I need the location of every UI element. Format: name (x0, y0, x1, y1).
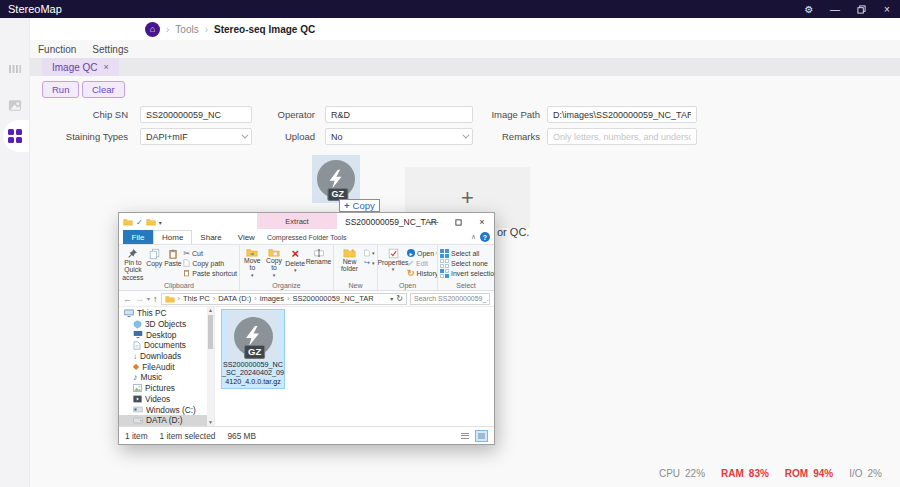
tab-image-qc[interactable]: Image QC × (42, 58, 119, 76)
nav-item-pictures[interactable]: Pictures (119, 383, 214, 394)
address-segment-data-d[interactable]: DATA (D:) (218, 294, 251, 303)
tab-compressed-folder-tools[interactable]: Compressed Folder Tools (263, 230, 351, 244)
refresh-icon[interactable]: ↻ (396, 294, 403, 303)
clear-button[interactable]: Clear (82, 81, 125, 98)
help-icon[interactable]: ? (480, 232, 490, 242)
back-icon[interactable]: ← (123, 294, 132, 304)
menu-function[interactable]: Function (38, 44, 76, 55)
address-dropdown-icon[interactable]: ▾ (390, 295, 393, 302)
chevron-down-icon (241, 132, 248, 139)
chip-sn-input[interactable] (140, 106, 252, 123)
up-icon[interactable]: ↑ (153, 294, 158, 304)
delete-button[interactable]: × Delete ▾ (285, 247, 305, 273)
pin-to-quick-access-button[interactable]: Pin to Quick access (121, 247, 145, 281)
cut-label: Cut (192, 250, 203, 257)
new-item-button[interactable]: ▾ (364, 248, 375, 258)
scroll-up-icon[interactable]: ▲ (207, 307, 214, 314)
nav-item-3d-objects[interactable]: 3D Objects (119, 319, 214, 330)
folder-icon[interactable] (146, 218, 156, 226)
folder-icon[interactable] (123, 218, 133, 226)
dragged-gz-file[interactable]: GZ (312, 155, 360, 203)
rename-button[interactable]: Rename (306, 247, 331, 265)
nav-item-videos[interactable]: Videos (119, 394, 214, 405)
nav-item-fileaudit[interactable]: ◆FileAudit (119, 361, 214, 372)
new-folder-button[interactable]: New folder (336, 247, 363, 273)
copy-to-button[interactable]: Copy to ▾ (264, 247, 285, 278)
nav-item-this-pc[interactable]: This PC (119, 308, 214, 319)
explorer-maximize-button[interactable] (446, 213, 470, 231)
address-segment-images[interactable]: images (260, 294, 284, 303)
breadcrumb-tools[interactable]: Tools (175, 24, 198, 35)
check-icon[interactable]: ✓ (136, 218, 143, 227)
nav-item-windows-c[interactable]: Windows (C:) (119, 404, 214, 415)
app-title: StereoMap (8, 3, 62, 15)
move-to-button[interactable]: Move to ▾ (242, 247, 263, 278)
item-count: 1 item (125, 431, 148, 441)
upload-select[interactable]: No (325, 128, 473, 145)
tab-file[interactable]: File (123, 230, 153, 244)
run-button[interactable]: Run (42, 81, 79, 98)
minimize-button[interactable]: — (822, 0, 848, 18)
close-button[interactable]: × (874, 0, 900, 18)
properties-button[interactable]: Properties ▾ (380, 247, 406, 272)
paste-shortcut-button[interactable]: Paste shortcut (183, 268, 237, 278)
easy-access-button[interactable]: ↪▾ (364, 258, 375, 268)
select-none-button[interactable]: Select none (440, 258, 494, 268)
caret-down-icon[interactable]: ▾ (159, 219, 162, 226)
chevron-down-icon (462, 132, 469, 139)
menu-settings[interactable]: Settings (92, 44, 128, 55)
details-view-button[interactable] (459, 430, 472, 442)
nav-item-data-d[interactable]: DATA (D:) (119, 415, 214, 426)
scroll-down-icon[interactable]: ▼ (207, 419, 214, 426)
nav-item-downloads[interactable]: ↓Downloads (119, 351, 214, 362)
new-group-label: New (334, 281, 377, 290)
forward-icon[interactable]: → (135, 294, 144, 304)
staining-types-select[interactable]: DAPI+mIF (140, 128, 252, 145)
address-segment-current[interactable]: SS200000059_NC_TAR (292, 294, 373, 303)
address-box[interactable]: › This PC › DATA (D:) › images › SS20000… (161, 293, 407, 305)
edit-label: Edit (416, 260, 428, 267)
nav-item-music[interactable]: ♪Music (119, 372, 214, 383)
search-box[interactable]: Search SS200000059_... (410, 293, 490, 305)
nav-item-desktop[interactable]: Desktop (119, 329, 214, 340)
tab-view[interactable]: View (230, 230, 263, 244)
invert-selection-button[interactable]: Invert selection (440, 268, 494, 278)
nav-item-documents[interactable]: Documents (119, 340, 214, 351)
navigation-pane: This PC 3D Objects Desktop Documents ↓Do… (119, 307, 215, 426)
restore-button[interactable] (848, 0, 874, 18)
select-all-button[interactable]: Select all (440, 248, 494, 258)
drive-icon (133, 417, 143, 424)
edit-button[interactable]: Edit (407, 258, 438, 268)
copy-path-button[interactable]: Copy path (183, 258, 237, 268)
file-tile-selected[interactable]: GZ SS200000059_NC _SC_20240402_09 4120_4… (221, 309, 285, 389)
history-button[interactable]: ↻History (407, 268, 438, 278)
tab-share[interactable]: Share (192, 230, 229, 244)
tab-close-icon[interactable]: × (104, 62, 109, 72)
nav-label: Videos (145, 394, 170, 404)
paste-button[interactable]: Paste (164, 247, 183, 267)
settings-gear-icon[interactable]: ⚙ (796, 0, 822, 18)
explorer-close-button[interactable]: × (470, 213, 494, 231)
copy-button[interactable]: Copy (146, 247, 163, 267)
plus-icon: + (344, 200, 350, 211)
remarks-input[interactable] (547, 128, 697, 145)
rail-item-apps[interactable] (0, 123, 30, 149)
image-path-input[interactable] (547, 106, 697, 123)
rail-item-image[interactable] (0, 92, 30, 118)
address-segment-this-pc[interactable]: This PC (183, 294, 210, 303)
extract-contextual-tab[interactable]: Extract (257, 213, 337, 229)
history-caret-icon[interactable]: ▾ (147, 295, 150, 302)
nav-scrollbar[interactable]: ▲ ▼ (207, 307, 214, 426)
collapse-ribbon-icon[interactable]: ∧ (471, 233, 476, 241)
operator-input[interactable] (325, 106, 473, 123)
open-button[interactable]: ▸Open▾ (407, 248, 438, 258)
nav-label: Pictures (145, 383, 175, 393)
tab-home[interactable]: Home (153, 230, 192, 244)
scrollbar-thumb[interactable] (208, 315, 213, 349)
home-icon[interactable]: ⌂ (145, 22, 160, 37)
cut-button[interactable]: ✂Cut (183, 248, 237, 258)
file-list-area[interactable]: GZ SS200000059_NC _SC_20240402_09 4120_4… (215, 307, 494, 426)
download-icon: ↓ (133, 352, 137, 361)
rail-item-chip[interactable] (0, 56, 30, 82)
large-icons-view-button[interactable] (475, 430, 488, 442)
